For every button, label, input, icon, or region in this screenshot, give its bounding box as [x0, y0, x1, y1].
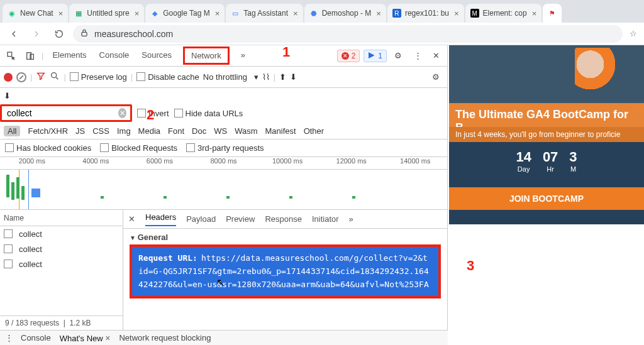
- close-icon[interactable]: ×: [135, 9, 140, 18]
- close-icon[interactable]: ×: [454, 9, 459, 18]
- general-section-header[interactable]: General: [130, 233, 441, 242]
- clear-button[interactable]: [16, 72, 26, 82]
- tabs-overflow-icon[interactable]: »: [240, 47, 247, 65]
- countdown-row: 14Day 07Hr 3M: [449, 149, 644, 173]
- record-button[interactable]: [4, 73, 13, 82]
- type-filter-ws[interactable]: WS: [214, 126, 227, 136]
- resource-type-filters: All Fetch/XHR JS CSS Img Media Font Doc …: [0, 123, 447, 140]
- browser-tab[interactable]: ⬣Demoshop - M×: [304, 4, 386, 23]
- favicon-icon: ⚑: [548, 9, 557, 18]
- filter-icon[interactable]: [36, 71, 46, 83]
- close-detail-icon[interactable]: ✕: [128, 214, 135, 224]
- upload-icon[interactable]: ⬆: [279, 72, 286, 82]
- browser-tab[interactable]: ▦Untitled spre×: [69, 4, 144, 23]
- blocked-cookies-checkbox[interactable]: Has blocked cookies: [5, 143, 91, 153]
- favicon-icon: ▭: [231, 9, 240, 18]
- wifi-icon[interactable]: ⌇⌇: [262, 72, 270, 82]
- devtools-tabs-row: | Elements Console Sources Network » ✕2 …: [0, 45, 447, 67]
- tab-sources[interactable]: Sources: [140, 47, 173, 65]
- drawer-menu-icon[interactable]: ⋮: [5, 333, 12, 342]
- gear-icon[interactable]: ⚙: [428, 70, 443, 85]
- bookmark-icon[interactable]: ☆: [628, 29, 639, 38]
- cta-button[interactable]: JOIN BOOTCAMP: [449, 187, 644, 210]
- search-icon[interactable]: [50, 71, 60, 83]
- close-icon[interactable]: ×: [215, 9, 220, 18]
- download-icon[interactable]: ⬇: [4, 91, 11, 101]
- browser-tab[interactable]: Rregex101: bu×: [387, 4, 464, 23]
- clear-filter-icon[interactable]: ✕: [118, 108, 126, 118]
- detail-tabs-overflow-icon[interactable]: »: [349, 214, 353, 224]
- back-button[interactable]: [5, 25, 23, 43]
- browser-tab-active[interactable]: ⚑: [543, 4, 562, 23]
- disable-cache-checkbox[interactable]: Disable cache: [136, 72, 199, 82]
- request-row[interactable]: collect: [0, 256, 123, 271]
- inspect-icon[interactable]: [4, 48, 19, 63]
- timeline-overview[interactable]: [0, 170, 447, 210]
- tab-console[interactable]: Console: [98, 47, 131, 65]
- close-devtools-icon[interactable]: ✕: [428, 48, 443, 63]
- browser-tab[interactable]: ▭Tag Assistant×: [226, 4, 303, 23]
- filter-input-wrapper: ✕: [0, 104, 132, 122]
- type-filter-doc[interactable]: Doc: [192, 126, 206, 136]
- drawer-tab-console[interactable]: Console: [21, 333, 51, 342]
- reload-button[interactable]: [50, 25, 68, 43]
- hide-data-urls-checkbox[interactable]: Hide data URLs: [174, 109, 243, 118]
- type-filter-other[interactable]: Other: [304, 126, 325, 136]
- annotation-two: 2: [147, 107, 154, 123]
- tab-network[interactable]: Network: [183, 47, 230, 65]
- blocked-requests-checkbox[interactable]: Blocked Requests: [100, 143, 177, 153]
- name-column-header[interactable]: Name: [0, 210, 123, 226]
- filter-input[interactable]: [6, 107, 118, 119]
- cursor-icon: ↖: [216, 277, 225, 288]
- browser-tab[interactable]: ◆Google Tag M×: [145, 4, 225, 23]
- close-icon[interactable]: ×: [105, 333, 110, 343]
- detail-tab-initiator[interactable]: Initiator: [312, 214, 339, 224]
- close-icon[interactable]: ×: [532, 9, 537, 18]
- drawer-tab-whatsnew[interactable]: What's New ×: [60, 333, 111, 343]
- tab-label: Untitled spre: [87, 9, 129, 18]
- ruler-label: 12000 ms: [319, 157, 384, 169]
- type-filter-wasm[interactable]: Wasm: [235, 126, 257, 136]
- detail-tab-preview[interactable]: Preview: [226, 214, 255, 224]
- download-icon[interactable]: ⬇: [290, 72, 297, 82]
- third-party-checkbox[interactable]: 3rd-party requests: [186, 143, 264, 153]
- close-icon[interactable]: ×: [376, 9, 381, 18]
- throttling-select[interactable]: No throttling ▾: [203, 72, 258, 82]
- ruler-label: 10000 ms: [255, 157, 319, 169]
- browser-tab-strip: ◉New Chat× ▦Untitled spre× ◆Google Tag M…: [0, 0, 644, 23]
- drawer-tab-network-blocking[interactable]: Network request blocking: [119, 333, 211, 342]
- device-toolbar-icon[interactable]: [23, 48, 38, 63]
- error-badge[interactable]: ✕2: [337, 50, 360, 62]
- detail-tab-headers[interactable]: Headers: [145, 212, 176, 226]
- kebab-menu-icon[interactable]: ⋮: [409, 48, 425, 63]
- request-row[interactable]: collect: [0, 241, 123, 256]
- type-filter-js[interactable]: JS: [75, 126, 85, 136]
- gear-icon[interactable]: ⚙: [391, 48, 406, 63]
- detail-tabs: ✕ Headers Payload Preview Response Initi…: [123, 210, 447, 229]
- devtools-main-tabs: Elements Console Sources Network »: [51, 47, 247, 65]
- type-filter-font[interactable]: Font: [168, 126, 184, 136]
- favicon-icon: R: [392, 9, 401, 18]
- type-filter-css[interactable]: CSS: [92, 126, 109, 136]
- type-filter-fetch[interactable]: Fetch/XHR: [28, 126, 68, 136]
- url-box[interactable]: measureschool.com: [73, 25, 623, 43]
- info-badge[interactable]: ⯈1: [364, 50, 387, 62]
- close-icon[interactable]: ×: [58, 9, 64, 18]
- detail-tab-response[interactable]: Response: [265, 214, 302, 224]
- main-split: | Elements Console Sources Network » ✕2 …: [0, 45, 644, 330]
- devtools-drawer: ⋮ Console What's New × Network request b…: [0, 330, 448, 345]
- request-row[interactable]: collect: [0, 226, 123, 241]
- type-filter-img[interactable]: Img: [117, 126, 131, 136]
- forward-button[interactable]: [28, 25, 45, 43]
- tab-label: Tag Assistant: [243, 9, 288, 18]
- type-filter-all[interactable]: All: [4, 126, 20, 136]
- type-filter-media[interactable]: Media: [138, 126, 160, 136]
- detail-tab-payload[interactable]: Payload: [186, 214, 216, 224]
- type-filter-manifest[interactable]: Manifest: [265, 126, 296, 136]
- ruler-label: 2000 ms: [0, 157, 64, 169]
- browser-tab[interactable]: MElement: cop×: [465, 4, 542, 23]
- tab-elements[interactable]: Elements: [51, 47, 87, 65]
- close-icon[interactable]: ×: [293, 9, 298, 18]
- preserve-log-checkbox[interactable]: Preserve log: [70, 72, 127, 82]
- browser-tab[interactable]: ◉New Chat×: [3, 4, 68, 23]
